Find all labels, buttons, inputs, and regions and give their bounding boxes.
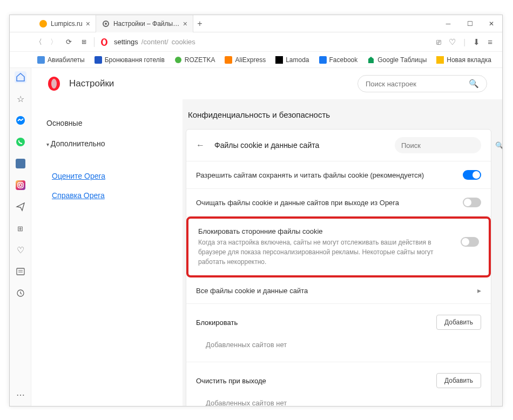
instagram-icon[interactable] xyxy=(15,179,26,191)
app-sidebar: ☆ ⊞ ♡ ⋯ xyxy=(10,68,31,406)
svg-point-7 xyxy=(175,57,181,63)
titlebar: Lumpics.ru × Настройки – Файлы cookie × … xyxy=(10,15,502,32)
close-icon[interactable]: × xyxy=(86,19,90,28)
bookmark-gsheets[interactable]: Google Таблицы xyxy=(363,55,430,65)
bookmark-booking[interactable]: Бронювання готелів xyxy=(91,55,168,65)
minimize-button[interactable]: ─ xyxy=(437,15,459,32)
snapshot-icon[interactable]: ⎚ xyxy=(436,37,441,47)
svg-rect-9 xyxy=(275,56,283,64)
bookmarks-icon[interactable]: ☆ xyxy=(15,93,26,105)
block-add-button[interactable]: Добавить xyxy=(436,315,481,330)
maximize-button[interactable]: ☐ xyxy=(459,15,481,32)
nav-help-opera[interactable]: Справка Opera xyxy=(42,188,172,203)
block-empty-text: Добавленных сайтов нет xyxy=(186,336,491,357)
settings-header: Настройки 🔍 xyxy=(31,68,502,99)
card-search[interactable]: 🔍 xyxy=(395,137,481,153)
settings-panel: Конфиденциальность и безопасность ← Файл… xyxy=(183,99,502,406)
gear-favicon-icon xyxy=(102,19,110,28)
row-clear-on-exit: Очищать файлы cookie и данные сайтов при… xyxy=(186,189,491,216)
history-icon[interactable] xyxy=(15,287,26,299)
svg-marker-11 xyxy=(368,57,374,63)
reload-button[interactable]: ⟳ xyxy=(64,37,73,47)
whatsapp-icon[interactable] xyxy=(15,136,26,148)
back-button[interactable]: 〈 xyxy=(33,37,43,47)
window-controls: ─ ☐ ✕ xyxy=(437,15,502,32)
row-label: Разрешить сайтам сохранять и читать файл… xyxy=(196,171,455,179)
page-title: Настройки xyxy=(69,78,350,89)
settings-search[interactable]: 🔍 xyxy=(357,75,487,92)
row-all-cookies[interactable]: Все файлы cookie и данные сайта ▸ xyxy=(186,277,491,304)
opera-badge-icon xyxy=(100,38,109,46)
nav-advanced[interactable]: Дополнительно xyxy=(42,135,172,152)
card-title: Файлы cookie и данные сайта xyxy=(214,141,387,150)
bookmark-newtab[interactable]: Новая вкладка xyxy=(433,55,495,65)
search-icon: 🔍 xyxy=(469,79,479,89)
back-arrow-icon[interactable]: ← xyxy=(196,140,207,150)
svg-point-2 xyxy=(105,23,107,25)
news-icon[interactable] xyxy=(15,266,26,277)
row-block-thirdparty: Блокировать сторонние файлы cookie Когда… xyxy=(186,216,491,277)
easy-setup-icon[interactable]: ≡ xyxy=(488,37,492,47)
row-subtitle: Когда эта настройка включена, сайты не м… xyxy=(198,238,453,267)
row-label: Все файлы cookie и данные сайта xyxy=(196,287,470,295)
opera-logo-icon xyxy=(46,76,62,91)
svg-point-4 xyxy=(103,39,106,45)
home-icon[interactable] xyxy=(15,71,26,83)
address-bar: 〈 〉 ⟳ ⊞ settings/content/cookies ⎚ ♡ | ⬇… xyxy=(10,32,502,52)
more-icon[interactable]: ⋯ xyxy=(15,389,26,401)
row-allow-cookies: Разрешить сайтам сохранять и читать файл… xyxy=(186,161,491,189)
svg-point-25 xyxy=(51,79,57,89)
toggle-block-thirdparty[interactable] xyxy=(461,237,479,247)
svg-rect-16 xyxy=(16,180,25,190)
tab-0-title: Lumpics.ru xyxy=(51,20,83,28)
section-title: Конфиденциальность и безопасность xyxy=(186,110,491,119)
bookmark-rozetka[interactable]: ROZETKA xyxy=(171,55,219,65)
nav-rate-opera[interactable]: Оцените Opera xyxy=(42,168,172,184)
tabs-region: Lumpics.ru × Настройки – Файлы cookie × … xyxy=(10,15,437,32)
close-window-button[interactable]: ✕ xyxy=(481,15,502,32)
svg-rect-10 xyxy=(319,56,327,64)
url-display[interactable]: settings/content/cookies xyxy=(114,38,431,46)
speed-dial-icon[interactable]: ⊞ xyxy=(15,222,26,234)
search-icon: 🔍 xyxy=(495,141,502,150)
vk-icon[interactable] xyxy=(15,158,26,170)
toggle-allow-cookies[interactable] xyxy=(463,170,481,180)
clearexit-section-title: Очистить при выходе xyxy=(196,377,436,385)
tab-0[interactable]: Lumpics.ru × xyxy=(33,15,96,32)
send-icon[interactable] xyxy=(15,201,26,213)
heart-icon[interactable]: ♡ xyxy=(449,37,456,47)
block-section-title: Блокировать xyxy=(196,319,436,327)
url-path-1: settings xyxy=(114,38,138,46)
forward-button[interactable]: 〉 xyxy=(49,37,58,47)
speed-dial-button[interactable]: ⊞ xyxy=(79,37,89,47)
svg-rect-5 xyxy=(37,56,45,64)
svg-rect-6 xyxy=(94,56,102,64)
bookmark-aviabilety[interactable]: Авиабилеты xyxy=(33,55,89,65)
toggle-clear-on-exit[interactable] xyxy=(463,198,481,207)
svg-rect-12 xyxy=(436,56,444,64)
row-label: Очищать файлы cookie и данные сайтов при… xyxy=(196,199,455,207)
svg-rect-8 xyxy=(225,56,232,64)
bookmarks-bar: Авиабилеты Бронювання готелів ROZETKA Al… xyxy=(10,52,502,68)
svg-point-14 xyxy=(16,138,25,146)
bookmark-lamoda[interactable]: Lamoda xyxy=(272,55,313,65)
download-icon[interactable]: ⬇ xyxy=(473,37,480,47)
bookmark-aliexpress[interactable]: AliExpress xyxy=(221,55,269,65)
new-tab-button[interactable]: + xyxy=(193,19,206,29)
clearexit-add-button[interactable]: Добавить xyxy=(436,373,481,388)
settings-nav: Основные Дополнительно Оцените Opera Спр… xyxy=(31,99,183,406)
bookmark-facebook[interactable]: Facebook xyxy=(315,55,362,65)
card-search-input[interactable] xyxy=(401,141,492,150)
settings-search-input[interactable] xyxy=(366,80,464,88)
tab-1-title: Настройки – Файлы cookie xyxy=(113,20,180,28)
tab-1[interactable]: Настройки – Файлы cookie × xyxy=(96,15,193,32)
messenger-icon[interactable] xyxy=(15,114,26,126)
url-path-3: cookies xyxy=(172,38,195,46)
svg-rect-19 xyxy=(17,268,24,275)
close-icon[interactable]: × xyxy=(183,19,187,28)
nav-basic[interactable]: Основные xyxy=(42,114,172,132)
personal-news-icon[interactable]: ♡ xyxy=(15,244,26,256)
svg-point-0 xyxy=(39,20,47,28)
chevron-right-icon: ▸ xyxy=(477,286,481,295)
lumpics-favicon-icon xyxy=(39,19,48,28)
